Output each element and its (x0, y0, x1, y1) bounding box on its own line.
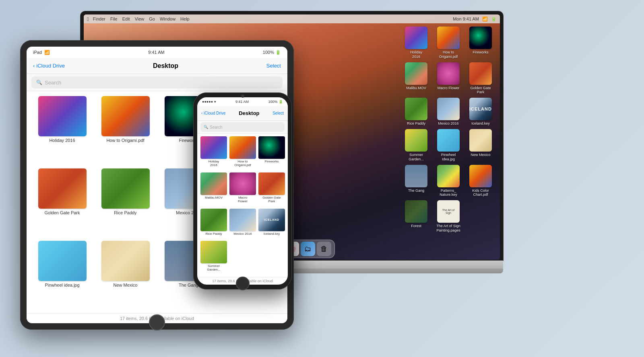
iphone-file-thumb-fireworks (258, 136, 285, 159)
iphone-file-name-malibu: Malibu.MOV (205, 196, 223, 199)
iphone-file-name-summergarden: SummerGarden... (207, 264, 220, 271)
menu-window[interactable]: Window (160, 16, 175, 21)
ipad-file-thumb-ricepaddy (101, 168, 150, 209)
ipad-back-button[interactable]: ‹ iCloud Drive (33, 63, 65, 69)
desktop-icon-thumb-iceland: ICELAND (469, 98, 492, 120)
apple-icon:  (87, 16, 89, 22)
iphone-file-fireworks[interactable]: Fireworks (258, 136, 285, 170)
desktop-icon-malibu[interactable]: Malibu.MOV (402, 62, 431, 95)
iphone-search-input[interactable]: 🔍 Search (200, 122, 285, 132)
desktop-icon-thumb-holiday2016 (405, 27, 427, 49)
iphone-file-mexico[interactable]: Mexico 2016 (229, 209, 256, 239)
desktop-icon-macroflower[interactable]: Macro Flower (434, 62, 463, 95)
desktop-icons-grid: Holiday2016 How toOrigami.pdf Fireworks … (402, 27, 495, 233)
iphone-file-name-macroflower: MacroFlower (238, 196, 248, 203)
desktop-icon-label-macroflower: Macro Flower (438, 86, 460, 90)
iphone-file-name-mexico: Mexico 2016 (233, 232, 252, 236)
desktop-icon-forest[interactable]: Forest (402, 200, 431, 233)
ipad-search-container: 🔍 Search (27, 74, 287, 91)
mac-menubar:  Finder File Edit View Go Window Help M… (84, 14, 500, 23)
desktop-icon-label-mexico: Mexico 2016 (438, 121, 458, 126)
menu-edit[interactable]: Edit (122, 16, 130, 21)
ipad-file-goldengate[interactable]: Golden Gate Park (33, 168, 91, 236)
menu-finder[interactable]: Finder (93, 16, 105, 21)
ipad-home-button[interactable] (149, 314, 165, 330)
desktop-icon-summergarden[interactable]: SummerGarden... (402, 129, 431, 162)
desktop-icon-patterns[interactable]: Patterns_Nature.key (434, 165, 463, 197)
desktop-icon-signpainting[interactable]: The Art ofSign The Art of SignPainting.p… (434, 200, 463, 233)
desktop-icon-newmexico[interactable]: New Mexico (466, 129, 495, 162)
desktop-icon-thumb-mexico (437, 98, 460, 120)
iphone-file-name-ricepaddy: Rice Paddy (206, 232, 222, 236)
ipad-file-thumb-goldengate (38, 168, 87, 209)
iphone-file-goldengate[interactable]: Golden GatePark (258, 172, 285, 206)
ipad-file-name-newmexico: New Mexico (114, 283, 138, 287)
desktop-icon-fireworks[interactable]: Fireworks (466, 27, 495, 59)
desktop-icon-origami[interactable]: How toOrigami.pdf (434, 27, 463, 59)
iphone-file-thumb-iceland: ICELAND (258, 209, 285, 231)
desktop-icon-label-forest: Forest (411, 224, 421, 228)
desktop-icon-mexico[interactable]: Mexico 2016 (434, 98, 463, 126)
menubar-right: Mon 9:41 AM 📶 🔋 (453, 16, 497, 22)
time-display: Mon 9:41 AM (453, 16, 479, 21)
iphone-select-button[interactable]: Select (272, 111, 284, 115)
dock-icon-finder[interactable]: 🗂 (301, 242, 315, 256)
desktop-icon-pinwheel[interactable]: PinwheelIdea.jpg (434, 129, 463, 162)
iphone-back-button[interactable]: ‹ iCloud Drive (201, 111, 226, 115)
ipad-file-pinwheel[interactable]: Pinwheel idea.jpg (33, 241, 91, 308)
ipad-file-thumb-pinwheel (38, 241, 87, 281)
ipad-file-name-holiday2016: Holiday 2016 (49, 138, 75, 143)
iphone-file-origami[interactable]: How toOrigami.pdf (229, 136, 256, 170)
desktop-icon-holiday2016[interactable]: Holiday2016 (402, 27, 431, 59)
ipad-file-origami[interactable]: How to Origami.pdf (96, 96, 155, 164)
desktop-icon-thumb-goldengate (469, 62, 492, 85)
ipad-file-name-pinwheel: Pinwheel idea.jpg (45, 283, 79, 287)
iphone-file-malibu[interactable]: Malibu.MOV (200, 172, 227, 206)
desktop-icon-thumb-forest (405, 200, 427, 223)
iphone-status-bar: ●●●●● ▾ 9:41 AM 100% 🔋 (197, 97, 288, 106)
iphone-nav-bar: ‹ iCloud Drive Desktop Select (197, 106, 288, 121)
iphone-search-placeholder: Search (210, 125, 223, 129)
dock-icon-trash[interactable]: 🗑 (317, 242, 331, 256)
iphone-file-thumb-holiday2016 (200, 136, 227, 159)
iphone-file-iceland[interactable]: ICELAND Iceland.key (258, 209, 285, 239)
desktop-icon-thumb-malibu (405, 62, 427, 85)
desktop-icon-thegang[interactable]: The Gang (402, 165, 431, 197)
desktop-icon-thumb-thegang (405, 165, 427, 187)
menu-help[interactable]: Help (180, 16, 190, 21)
desktop-icon-goldengate[interactable]: Golden GatePark (466, 62, 495, 95)
ipad-file-holiday2016[interactable]: Holiday 2016 (33, 96, 91, 164)
iphone-file-name-origami: How toOrigami.pdf (234, 160, 251, 167)
iphone-file-holiday2016[interactable]: Holiday2016 (200, 136, 227, 170)
iphone-search-container: 🔍 Search (197, 121, 288, 134)
menu-view[interactable]: View (135, 16, 144, 21)
macbook-notch (280, 11, 304, 14)
ipad-select-button[interactable]: Select (266, 63, 281, 69)
ipad-file-newmexico[interactable]: New Mexico (96, 241, 155, 308)
desktop-icon-thumb-kidschart (469, 165, 492, 187)
desktop-icon-kidschart[interactable]: Kids ColorChart.pdf (466, 165, 495, 197)
iphone-page-title: Desktop (239, 110, 259, 116)
menu-file[interactable]: File (110, 16, 118, 21)
desktop-icon-ricepaddy[interactable]: Rice Paddy (402, 98, 431, 126)
iphone-file-name-iceland: Iceland.key (264, 232, 280, 236)
iphone-file-macroflower[interactable]: MacroFlower (229, 172, 256, 206)
iphone-file-summergarden[interactable]: SummerGarden... (200, 241, 227, 275)
menu-go[interactable]: Go (149, 16, 155, 21)
iphone-file-ricepaddy[interactable]: Rice Paddy (200, 209, 227, 239)
ipad-search-placeholder: Search (45, 80, 61, 86)
wifi-status-icon: 📶 (482, 16, 488, 22)
ipad-search-input[interactable]: 🔍 Search (31, 76, 283, 88)
ipad-nav-bar: ‹ iCloud Drive Desktop Select (27, 58, 287, 74)
ipad-status-bar: iPad 📶 9:41 AM 100% 🔋 (27, 47, 287, 58)
iphone-file-name-fireworks: Fireworks (265, 160, 279, 163)
desktop-icon-thumb-summergarden (405, 129, 427, 152)
desktop-icon-iceland[interactable]: ICELAND Iceland.key (466, 98, 495, 126)
iphone-home-button[interactable] (236, 277, 250, 290)
iphone-search-icon: 🔍 (204, 125, 208, 129)
ipad-file-ricepaddy[interactable]: Rice Paddy (96, 168, 155, 236)
iphone-file-grid: Holiday2016 How toOrigami.pdf Fireworks … (197, 134, 288, 277)
iphone-clock: 9:41 AM (235, 100, 249, 104)
desktop-icon-label-summergarden: SummerGarden... (409, 153, 424, 162)
iphone-file-thumb-mexico (229, 209, 256, 231)
